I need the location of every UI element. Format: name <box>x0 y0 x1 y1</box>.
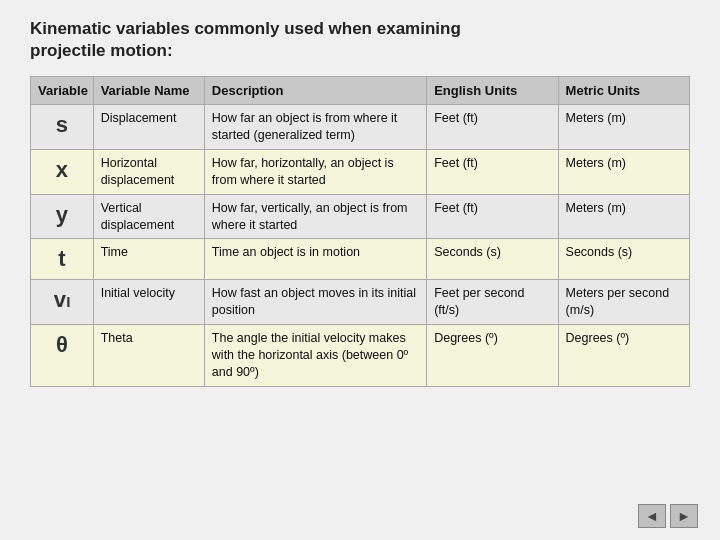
table-row: vᵢInitial velocityHow fast an object mov… <box>31 280 690 325</box>
header-metric: Metric Units <box>558 77 689 105</box>
cell-metric: Seconds (s) <box>558 239 689 280</box>
cell-english: Feet (ft) <box>427 194 558 239</box>
cell-english: Degrees (º) <box>427 324 558 386</box>
cell-description: The angle the initial velocity makes wit… <box>204 324 426 386</box>
table-row: xHorizontal displacementHow far, horizon… <box>31 149 690 194</box>
cell-english: Feet (ft) <box>427 105 558 150</box>
cell-name: Theta <box>93 324 204 386</box>
cell-name: Vertical displacement <box>93 194 204 239</box>
table-row: θThetaThe angle the initial velocity mak… <box>31 324 690 386</box>
table-row: tTimeTime an object is in motionSeconds … <box>31 239 690 280</box>
cell-name: Horizontal displacement <box>93 149 204 194</box>
cell-metric: Meters (m) <box>558 105 689 150</box>
cell-description: Time an object is in motion <box>204 239 426 280</box>
forward-button[interactable]: ► <box>670 504 698 528</box>
table-row: yVertical displacementHow far, verticall… <box>31 194 690 239</box>
cell-metric: Meters (m) <box>558 194 689 239</box>
table-header-row: Variable Variable Name Description Engli… <box>31 77 690 105</box>
cell-metric: Meters (m) <box>558 149 689 194</box>
cell-english: Feet per second (ft/s) <box>427 280 558 325</box>
nav-buttons: ◄ ► <box>638 504 698 528</box>
cell-symbol: y <box>31 194 94 239</box>
cell-description: How far, vertically, an object is from w… <box>204 194 426 239</box>
cell-metric: Meters per second (m/s) <box>558 280 689 325</box>
table-row: sDisplacementHow far an object is from w… <box>31 105 690 150</box>
cell-name: Initial velocity <box>93 280 204 325</box>
cell-description: How far, horizontally, an object is from… <box>204 149 426 194</box>
page: Kinematic variables commonly used when e… <box>0 0 720 540</box>
header-variable: Variable <box>31 77 94 105</box>
cell-description: How far an object is from where it start… <box>204 105 426 150</box>
cell-metric: Degrees (º) <box>558 324 689 386</box>
kinematics-table: Variable Variable Name Description Engli… <box>30 76 690 386</box>
header-name: Variable Name <box>93 77 204 105</box>
back-button[interactable]: ◄ <box>638 504 666 528</box>
cell-symbol: vᵢ <box>31 280 94 325</box>
cell-symbol: t <box>31 239 94 280</box>
cell-description: How fast an object moves in its initial … <box>204 280 426 325</box>
page-title: Kinematic variables commonly used when e… <box>30 18 690 62</box>
cell-english: Feet (ft) <box>427 149 558 194</box>
cell-symbol: θ <box>31 324 94 386</box>
cell-name: Time <box>93 239 204 280</box>
header-description: Description <box>204 77 426 105</box>
cell-english: Seconds (s) <box>427 239 558 280</box>
cell-symbol: x <box>31 149 94 194</box>
cell-symbol: s <box>31 105 94 150</box>
header-english: English Units <box>427 77 558 105</box>
cell-name: Displacement <box>93 105 204 150</box>
